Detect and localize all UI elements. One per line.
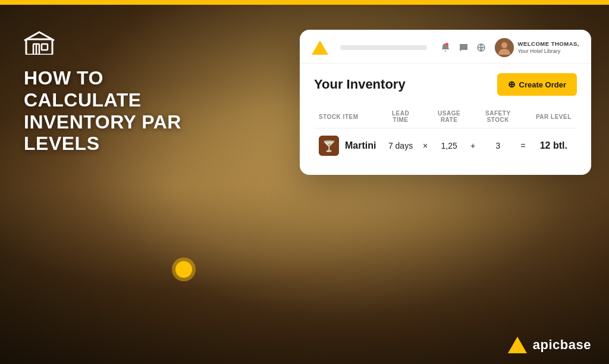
svg-rect-2 (42, 44, 48, 50)
inventory-card: WELCOME THOMAS, Your Hotel Library Your … (300, 30, 591, 175)
table-row: 🍸 Martini 7 days × 1,25 + 3 = 12 btl. (314, 128, 577, 164)
inventory-title: Your Inventory (314, 77, 406, 92)
create-order-button[interactable]: Create Order (497, 73, 577, 96)
card-body: Your Inventory Create Order STOCK ITEM L… (300, 64, 591, 163)
stock-item-cell: 🍸 Martini (314, 128, 383, 164)
chat-icon[interactable] (457, 41, 470, 54)
usage-rate-value: 1,25 (432, 128, 466, 164)
yellow-dot-connector (175, 261, 192, 278)
stock-item-image: 🍸 (319, 136, 339, 156)
col-safety-stock: SAFETYSTOCK (480, 106, 516, 128)
stock-item-content: 🍸 Martini (319, 136, 378, 156)
inventory-header: Your Inventory Create Order (314, 73, 577, 96)
apicbase-logo-small (312, 40, 328, 55)
apicbase-logo-large: apicbase (508, 337, 591, 353)
lead-time-value: 7 days (383, 128, 418, 164)
col-stock-item: STOCK ITEM (314, 106, 383, 128)
multiply-operator: × (418, 128, 432, 164)
col-op-plus (466, 106, 480, 128)
safety-stock-value: 3 (480, 128, 516, 164)
svg-point-4 (445, 43, 448, 46)
logo-triangle-large-icon (508, 337, 527, 353)
notification-icon[interactable] (439, 41, 452, 54)
plus-operator: + (466, 128, 480, 164)
apicbase-brand-name: apicbase (533, 337, 591, 353)
left-content: HOW TO CALCULATE INVENTORY PAR LEVELS (24, 30, 214, 155)
card-header: WELCOME THOMAS, Your Hotel Library (300, 30, 591, 64)
table-header-row: STOCK ITEM LEADTIME USAGERATE SAFETYSTOC… (314, 106, 577, 128)
inventory-table: STOCK ITEM LEADTIME USAGERATE SAFETYSTOC… (314, 106, 577, 163)
top-bar (0, 0, 609, 5)
col-op-equals (516, 106, 530, 128)
svg-text:🍸: 🍸 (322, 140, 336, 153)
col-op-multiply (418, 106, 432, 128)
bottom-branding: apicbase (508, 337, 591, 353)
par-level-value: 12 btl. (530, 128, 577, 164)
header-search-bar (340, 45, 427, 50)
logo-triangle-icon (312, 40, 328, 55)
col-lead-time: LEADTIME (383, 106, 418, 128)
warehouse-icon (24, 30, 214, 60)
col-usage-rate: USAGERATE (432, 106, 466, 128)
equals-operator: = (516, 128, 530, 164)
main-title: HOW TO CALCULATE INVENTORY PAR LEVELS (24, 67, 214, 155)
col-par-level: PAR LEVEL (530, 106, 577, 128)
user-section: WELCOME THOMAS, Your Hotel Library (495, 38, 579, 57)
header-icons (439, 41, 488, 54)
svg-point-7 (501, 42, 507, 48)
stock-item-name: Martini (345, 140, 376, 151)
globe-icon[interactable] (475, 41, 488, 54)
avatar (495, 38, 514, 57)
welcome-text: WELCOME THOMAS, Your Hotel Library (517, 40, 579, 55)
